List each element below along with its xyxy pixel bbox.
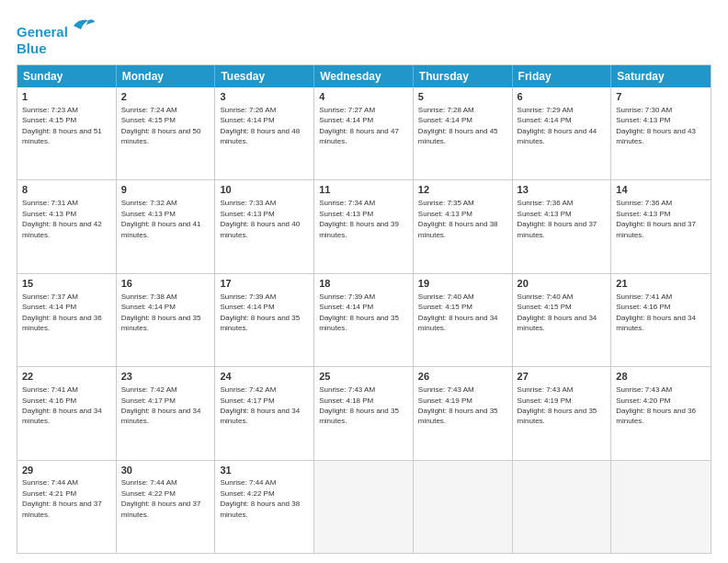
calendar-cell: 13 Sunrise: 7:36 AMSunset: 4:13 PMDaylig… xyxy=(513,180,612,272)
logo-general: General xyxy=(17,24,68,40)
cell-info: Sunrise: 7:31 AMSunset: 4:13 PMDaylight:… xyxy=(22,199,102,238)
calendar-header-day: Wednesday xyxy=(314,65,414,87)
cell-info: Sunrise: 7:24 AMSunset: 4:15 PMDaylight:… xyxy=(121,106,201,145)
day-number: 29 xyxy=(22,464,111,477)
calendar-body: 1 Sunrise: 7:23 AMSunset: 4:15 PMDayligh… xyxy=(17,87,711,553)
calendar-cell: 31 Sunrise: 7:44 AMSunset: 4:22 PMDaylig… xyxy=(215,461,314,553)
day-number: 26 xyxy=(418,370,507,384)
cell-info: Sunrise: 7:29 AMSunset: 4:14 PMDaylight:… xyxy=(518,106,597,145)
day-number: 15 xyxy=(22,277,111,291)
day-number: 22 xyxy=(22,370,111,384)
calendar-week-row: 15 Sunrise: 7:37 AMSunset: 4:14 PMDaylig… xyxy=(17,273,711,366)
cell-info: Sunrise: 7:39 AMSunset: 4:14 PMDaylight:… xyxy=(319,293,399,332)
calendar-cell: 22 Sunrise: 7:41 AMSunset: 4:16 PMDaylig… xyxy=(17,367,117,459)
day-number: 27 xyxy=(518,370,607,384)
calendar-header-day: Thursday xyxy=(414,65,513,87)
calendar-cell: 11 Sunrise: 7:34 AMSunset: 4:13 PMDaylig… xyxy=(314,180,414,272)
calendar: SundayMondayTuesdayWednesdayThursdayFrid… xyxy=(17,64,711,554)
logo: General Blue xyxy=(17,17,96,57)
logo-blue: Blue xyxy=(17,40,47,56)
calendar-header-day: Saturday xyxy=(611,65,711,87)
day-number: 6 xyxy=(518,90,607,104)
calendar-header-day: Monday xyxy=(117,65,216,87)
cell-info: Sunrise: 7:40 AMSunset: 4:15 PMDaylight:… xyxy=(518,293,597,332)
logo-bird-icon xyxy=(70,17,96,37)
calendar-header-day: Friday xyxy=(513,65,612,87)
calendar-cell xyxy=(611,461,711,553)
day-number: 8 xyxy=(22,183,111,197)
day-number: 3 xyxy=(220,90,309,104)
day-number: 25 xyxy=(319,370,408,384)
cell-info: Sunrise: 7:42 AMSunset: 4:17 PMDaylight:… xyxy=(220,385,300,425)
cell-info: Sunrise: 7:44 AMSunset: 4:22 PMDaylight:… xyxy=(220,478,300,518)
calendar-cell: 15 Sunrise: 7:37 AMSunset: 4:14 PMDaylig… xyxy=(17,274,117,366)
calendar-cell: 10 Sunrise: 7:33 AMSunset: 4:13 PMDaylig… xyxy=(215,180,314,272)
day-number: 1 xyxy=(22,90,111,104)
calendar-cell: 5 Sunrise: 7:28 AMSunset: 4:14 PMDayligh… xyxy=(414,87,513,179)
cell-info: Sunrise: 7:44 AMSunset: 4:22 PMDaylight:… xyxy=(121,478,201,518)
calendar-cell xyxy=(414,461,513,553)
day-number: 9 xyxy=(121,183,210,197)
calendar-cell: 14 Sunrise: 7:36 AMSunset: 4:13 PMDaylig… xyxy=(611,180,711,272)
calendar-cell: 29 Sunrise: 7:44 AMSunset: 4:21 PMDaylig… xyxy=(17,461,117,553)
day-number: 21 xyxy=(616,277,706,291)
cell-info: Sunrise: 7:44 AMSunset: 4:21 PMDaylight:… xyxy=(22,478,102,518)
day-number: 2 xyxy=(121,90,210,104)
calendar-cell: 4 Sunrise: 7:27 AMSunset: 4:14 PMDayligh… xyxy=(314,87,414,179)
cell-info: Sunrise: 7:34 AMSunset: 4:13 PMDaylight:… xyxy=(319,199,399,238)
cell-info: Sunrise: 7:38 AMSunset: 4:14 PMDaylight:… xyxy=(121,293,201,332)
cell-info: Sunrise: 7:23 AMSunset: 4:15 PMDaylight:… xyxy=(22,106,102,145)
day-number: 17 xyxy=(220,277,309,291)
cell-info: Sunrise: 7:40 AMSunset: 4:15 PMDaylight:… xyxy=(418,293,498,332)
cell-info: Sunrise: 7:27 AMSunset: 4:14 PMDaylight:… xyxy=(319,106,399,145)
cell-info: Sunrise: 7:33 AMSunset: 4:13 PMDaylight:… xyxy=(220,199,300,238)
cell-info: Sunrise: 7:36 AMSunset: 4:13 PMDaylight:… xyxy=(518,199,597,238)
cell-info: Sunrise: 7:43 AMSunset: 4:20 PMDaylight:… xyxy=(616,385,696,425)
day-number: 7 xyxy=(616,90,706,104)
cell-info: Sunrise: 7:36 AMSunset: 4:13 PMDaylight:… xyxy=(616,199,696,238)
cell-info: Sunrise: 7:39 AMSunset: 4:14 PMDaylight:… xyxy=(220,293,300,332)
calendar-week-row: 22 Sunrise: 7:41 AMSunset: 4:16 PMDaylig… xyxy=(17,366,711,459)
calendar-week-row: 8 Sunrise: 7:31 AMSunset: 4:13 PMDayligh… xyxy=(17,179,711,272)
calendar-cell: 18 Sunrise: 7:39 AMSunset: 4:14 PMDaylig… xyxy=(314,274,414,366)
cell-info: Sunrise: 7:42 AMSunset: 4:17 PMDaylight:… xyxy=(121,385,201,425)
day-number: 4 xyxy=(319,90,408,104)
calendar-cell: 26 Sunrise: 7:43 AMSunset: 4:19 PMDaylig… xyxy=(414,367,513,459)
day-number: 14 xyxy=(616,183,706,197)
calendar-cell: 3 Sunrise: 7:26 AMSunset: 4:14 PMDayligh… xyxy=(215,87,314,179)
cell-info: Sunrise: 7:43 AMSunset: 4:18 PMDaylight:… xyxy=(319,385,399,425)
day-number: 19 xyxy=(418,277,507,291)
calendar-cell: 8 Sunrise: 7:31 AMSunset: 4:13 PMDayligh… xyxy=(17,180,117,272)
cell-info: Sunrise: 7:28 AMSunset: 4:14 PMDaylight:… xyxy=(418,106,498,145)
day-number: 18 xyxy=(319,277,408,291)
calendar-cell: 23 Sunrise: 7:42 AMSunset: 4:17 PMDaylig… xyxy=(117,367,216,459)
day-number: 30 xyxy=(121,464,210,477)
day-number: 13 xyxy=(518,183,607,197)
calendar-header: SundayMondayTuesdayWednesdayThursdayFrid… xyxy=(17,65,711,87)
calendar-cell: 12 Sunrise: 7:35 AMSunset: 4:13 PMDaylig… xyxy=(414,180,513,272)
day-number: 10 xyxy=(220,183,309,197)
cell-info: Sunrise: 7:41 AMSunset: 4:16 PMDaylight:… xyxy=(616,293,696,332)
calendar-cell: 20 Sunrise: 7:40 AMSunset: 4:15 PMDaylig… xyxy=(513,274,612,366)
calendar-cell: 6 Sunrise: 7:29 AMSunset: 4:14 PMDayligh… xyxy=(513,87,612,179)
day-number: 24 xyxy=(220,370,309,384)
calendar-cell: 27 Sunrise: 7:43 AMSunset: 4:19 PMDaylig… xyxy=(513,367,612,459)
cell-info: Sunrise: 7:41 AMSunset: 4:16 PMDaylight:… xyxy=(22,385,102,425)
cell-info: Sunrise: 7:43 AMSunset: 4:19 PMDaylight:… xyxy=(418,385,498,425)
day-number: 16 xyxy=(121,277,210,291)
calendar-header-day: Tuesday xyxy=(215,65,314,87)
calendar-cell: 2 Sunrise: 7:24 AMSunset: 4:15 PMDayligh… xyxy=(117,87,216,179)
calendar-cell: 25 Sunrise: 7:43 AMSunset: 4:18 PMDaylig… xyxy=(314,367,414,459)
calendar-week-row: 29 Sunrise: 7:44 AMSunset: 4:21 PMDaylig… xyxy=(17,460,711,553)
calendar-cell: 17 Sunrise: 7:39 AMSunset: 4:14 PMDaylig… xyxy=(215,274,314,366)
calendar-header-day: Sunday xyxy=(17,65,117,87)
calendar-cell xyxy=(513,461,612,553)
calendar-week-row: 1 Sunrise: 7:23 AMSunset: 4:15 PMDayligh… xyxy=(17,87,711,179)
header: General Blue xyxy=(17,17,711,57)
day-number: 12 xyxy=(418,183,507,197)
calendar-cell: 24 Sunrise: 7:42 AMSunset: 4:17 PMDaylig… xyxy=(215,367,314,459)
logo-text: General Blue xyxy=(17,17,96,57)
cell-info: Sunrise: 7:43 AMSunset: 4:19 PMDaylight:… xyxy=(518,385,597,425)
calendar-cell: 7 Sunrise: 7:30 AMSunset: 4:13 PMDayligh… xyxy=(611,87,711,179)
day-number: 11 xyxy=(319,183,408,197)
